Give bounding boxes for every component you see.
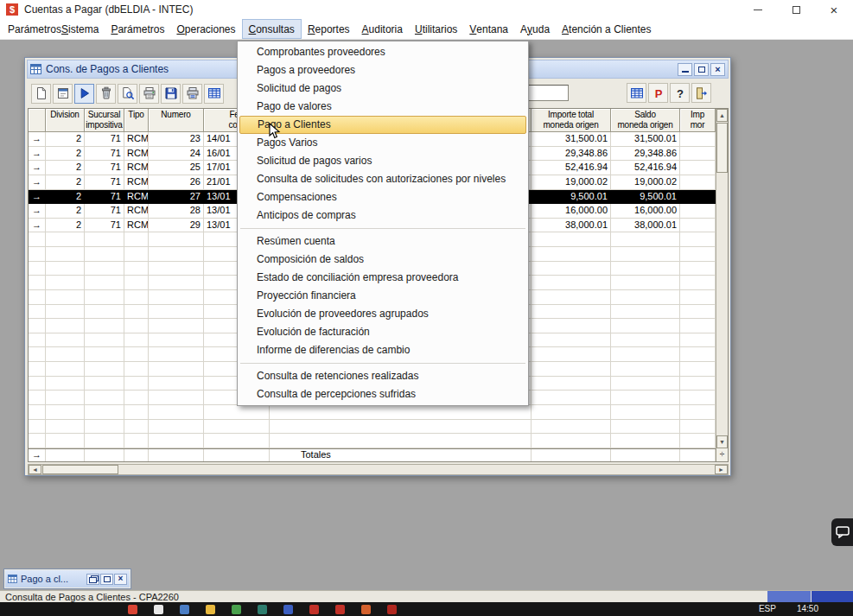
run-button[interactable] [74, 84, 94, 104]
taskbar-app-8[interactable] [309, 605, 319, 614]
tray-language[interactable]: ESP [759, 604, 776, 613]
taskbar-app-11[interactable] [387, 605, 397, 614]
menu-item-solicitud-de-pagos-varios[interactable]: Solicitud de pagos varios [238, 152, 528, 170]
menubar-item-parametros-sistema[interactable]: Parámetros Sistema [2, 19, 105, 39]
menu-item-composicion-de-saldos[interactable]: Composición de saldos [238, 251, 528, 269]
menu-item-pago-a-clientes[interactable]: Pago a Clientes [239, 116, 526, 134]
print-button[interactable] [139, 84, 159, 104]
menubar-item-auditoria[interactable]: Auditoria [356, 19, 409, 39]
window-title: Cuentas a Pagar (dbELDIA - INTEC) [24, 3, 193, 16]
minimized-restore-button[interactable] [86, 574, 99, 585]
delete-button[interactable] [96, 84, 116, 104]
menu-item-evolucion-de-facturacion[interactable]: Evolución de facturación [238, 323, 528, 341]
close-button[interactable]: × [815, 0, 853, 19]
grid-header-sucursal-impositiva[interactable]: Sucursalimpositiva [85, 109, 124, 132]
new-button[interactable] [31, 84, 51, 104]
menubar-item-consultas[interactable]: Consultas [242, 19, 302, 39]
menu-item-consulta-de-percepciones-sufridas[interactable]: Consulta de percepciones sufridas [238, 385, 528, 403]
vertical-scrollbar[interactable]: ▲ ▼ [716, 109, 728, 448]
grid-header-importe-moneda[interactable]: Impmor [680, 109, 716, 132]
menubar-item-operaciones[interactable]: Operaciones [170, 19, 241, 39]
scroll-up-button[interactable]: ▲ [716, 109, 728, 122]
grid-corner-button[interactable]: ÷ [716, 448, 728, 461]
taskbar-app-6[interactable] [258, 605, 267, 614]
maximize-button[interactable] [777, 0, 815, 19]
menu-item-compensaciones[interactable]: Compensaciones [238, 188, 528, 206]
taskbar-app-5[interactable] [232, 605, 241, 614]
exit-button[interactable] [691, 83, 711, 103]
grid-cell [85, 290, 124, 305]
form-button[interactable] [53, 84, 73, 104]
minimize-button[interactable] [739, 0, 777, 19]
chat-bubble-overlay[interactable] [831, 518, 853, 546]
menu-item-pagos-a-proveedores[interactable]: Pagos a proveedores [238, 61, 528, 79]
taskbar[interactable]: ESP 14:50 [0, 602, 853, 616]
taskbar-app-10[interactable] [361, 605, 371, 614]
menu-item-proyeccion-financiera[interactable]: Proyección financiera [238, 287, 528, 305]
taskbar-app-9[interactable] [335, 605, 345, 614]
menubar-item-reportes[interactable]: Reportes [302, 19, 356, 39]
grid-cell [124, 276, 149, 290]
save-button[interactable] [161, 84, 181, 104]
menu-item-estado-de-conciliacion-empresa-proveedora[interactable]: Estado de conciliación empresa proveedor… [238, 269, 528, 287]
grid-cell: RCM [124, 132, 149, 147]
vscrollbar-thumb[interactable] [716, 123, 728, 173]
menu-item-solicitud-de-pagos[interactable]: Solicitud de pagos [238, 79, 528, 98]
menubar: Parámetros SistemaParámetrosOperacionesC… [0, 19, 853, 40]
grid-cell [611, 333, 680, 348]
grid-header-importe-total-moneda-origen[interactable]: Importe totalmoneda origen [532, 109, 611, 132]
grid-cell: RCM [124, 190, 149, 205]
grid-header-numero[interactable]: Numero [149, 109, 204, 132]
menu-item-resumen-cuenta[interactable]: Resúmen cuenta [238, 232, 528, 251]
child-minimize-button[interactable] [678, 63, 692, 76]
child-window-title: Cons. de Pagos a Clientes [46, 63, 169, 75]
tray-clock[interactable]: 14:50 [797, 604, 818, 613]
grid-header-tipo[interactable]: Tipo [124, 109, 149, 132]
menubar-item-parametros[interactable]: Parámetros [105, 19, 170, 39]
minimized-pago-window[interactable]: Pago a cl... × [3, 568, 131, 589]
menu-item-comprobantes-proveedores[interactable]: Comprobantes proveedores [238, 43, 528, 61]
hscrollbar-thumb[interactable] [42, 465, 118, 474]
taskbar-app-1[interactable] [128, 605, 137, 614]
grid-cell [680, 333, 716, 348]
help-button[interactable]: ? [670, 83, 690, 103]
menu-item-informe-de-diferencias-de-cambio[interactable]: Informe de diferencias de cambio [238, 341, 528, 359]
menu-item-pago-de-valores[interactable]: Pago de valores [238, 98, 528, 116]
menubar-item-utilitarios[interactable]: Utilitarios [409, 19, 463, 39]
menu-item-consulta-de-solicitudes-con-autorizaciones-por-niveles[interactable]: Consulta de solicitudes con autorizacion… [238, 170, 528, 188]
minimized-maximize-button[interactable] [100, 574, 113, 585]
menubar-item-ayuda[interactable]: Ayuda [514, 19, 556, 39]
export-grid-button[interactable] [204, 84, 224, 104]
taskbar-app-7[interactable] [283, 605, 293, 614]
child-restore-button[interactable] [694, 63, 709, 76]
grid-cell [680, 319, 716, 333]
menu-item-pagos-varios[interactable]: Pagos Varios [238, 134, 528, 152]
menubar-item-atencion-a-clientes[interactable]: Atención a Clientes [556, 19, 657, 39]
grid-cell [680, 247, 716, 262]
horizontal-scrollbar[interactable]: ◄ ► [28, 464, 729, 475]
grid-header-saldo-moneda-origen[interactable]: Saldomoneda origen [611, 109, 680, 132]
print-report-button[interactable] [182, 84, 202, 104]
taskbar-app-4[interactable] [206, 605, 215, 614]
child-close-button[interactable]: × [710, 63, 725, 76]
preview-button[interactable] [118, 84, 137, 104]
preview-icon [121, 86, 135, 100]
grid-cell: 9,500.01 [532, 190, 611, 205]
grid-header-division[interactable]: Division [46, 109, 85, 132]
taskbar-app-2[interactable] [154, 605, 163, 614]
menubar-item-ventana[interactable]: Ventana [463, 19, 514, 39]
special-p-button[interactable]: P [648, 83, 668, 103]
menu-item-anticipos-de-compras[interactable]: Anticipos de compras [238, 206, 528, 225]
table-view-button[interactable] [627, 83, 646, 103]
minimized-close-button[interactable]: × [114, 574, 127, 585]
scroll-down-button[interactable]: ▼ [716, 435, 728, 448]
scroll-left-button[interactable]: ◄ [29, 465, 41, 474]
taskbar-app-3[interactable] [180, 605, 189, 614]
menu-item-consulta-de-retenciones-realizadas[interactable]: Consulta de retenciones realizadas [238, 367, 528, 385]
grid-cell [124, 362, 149, 377]
grid-cell [611, 449, 680, 461]
grid-cell [29, 333, 46, 348]
menu-item-evolucion-de-proveedores-agrupados[interactable]: Evolución de proveedores agrupados [238, 305, 528, 323]
grid-header-indicator[interactable] [29, 109, 46, 132]
scroll-right-button[interactable]: ► [715, 465, 728, 474]
